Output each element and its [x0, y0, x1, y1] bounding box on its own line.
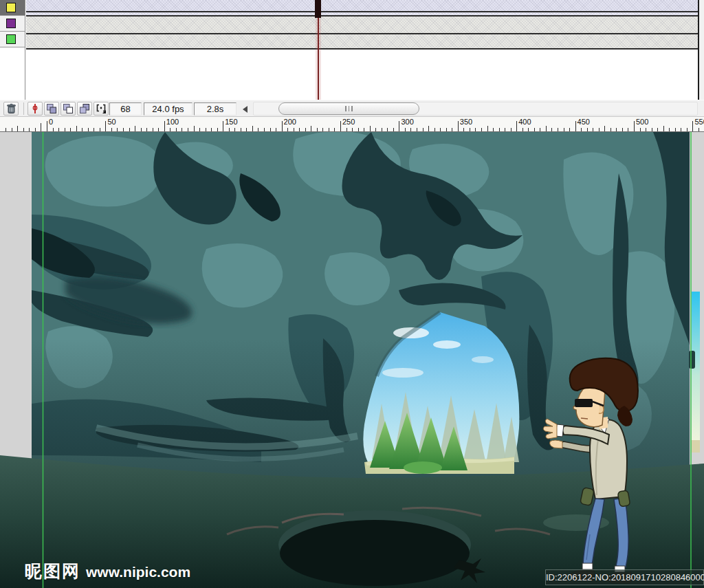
ruler-label: 150 — [225, 118, 237, 126]
layer-color-swatch[interactable] — [6, 3, 16, 12]
onion-skin-outlines-icon — [63, 103, 74, 114]
glasses — [575, 399, 593, 407]
ruler-tick — [182, 128, 182, 131]
ruler-tick — [329, 128, 329, 131]
ruler-tick — [646, 128, 646, 131]
frame-track-2[interactable] — [26, 17, 698, 34]
center-frame-icon — [30, 103, 40, 114]
ruler-tick — [499, 128, 500, 131]
layer-row-layer-green[interactable] — [0, 32, 25, 47]
scrollbar-left-arrow[interactable] — [243, 106, 248, 113]
ruler-tick — [540, 128, 540, 131]
flash-editor-window: 68 24.0 fps 2.8s 05010015020025030035040… — [0, 0, 704, 588]
ruler-tick — [417, 128, 417, 131]
ruler-tick — [475, 128, 476, 131]
ruler-tick — [669, 128, 670, 131]
ruler-tick — [546, 126, 547, 131]
watermark: 昵图网www.nipic.com — [25, 560, 190, 582]
image-id-bar: ID:2206122-NO:20180917102808460000 — [545, 569, 704, 585]
ruler-tick — [657, 128, 658, 131]
scrollbar-grip — [351, 106, 353, 111]
ruler-tick — [322, 128, 323, 131]
stage[interactable]: 昵图网www.nipic.com ID:2206122-NO:201809171… — [0, 132, 704, 588]
ruler-tick — [17, 126, 18, 131]
ruler-tick — [164, 121, 165, 131]
ruler-label: 550 — [694, 118, 704, 126]
frame-track-3[interactable] — [26, 34, 698, 49]
ruler-tick — [470, 128, 470, 131]
ruler-tick — [516, 121, 517, 131]
ruler-tick — [511, 128, 512, 131]
ruler-tick — [276, 128, 276, 131]
ruler-tick — [35, 128, 36, 131]
ruler-tick — [252, 126, 253, 131]
ruler-tick — [522, 128, 523, 131]
ruler-tick — [558, 128, 558, 131]
ruler-tick — [575, 121, 576, 131]
ruler-tick — [88, 128, 89, 131]
ruler-tick — [434, 128, 435, 131]
stage-ruler[interactable]: 050100150200250300350400450500550 — [0, 117, 704, 132]
ruler-tick — [258, 128, 258, 131]
ruler-tick — [58, 128, 59, 131]
ruler-tick — [634, 121, 635, 131]
ruler-tick — [452, 128, 452, 131]
ruler-tick — [287, 128, 288, 131]
frame-track-1[interactable] — [26, 0, 698, 11]
ruler-tick — [616, 128, 617, 131]
watermark-site-url: www.nipic.com — [86, 564, 190, 580]
elapsed-time-field[interactable]: 2.8s — [194, 102, 236, 116]
timeline-frames-area[interactable] — [26, 0, 698, 100]
ruler-tick — [375, 128, 376, 131]
ruler-label: 400 — [518, 118, 531, 126]
layer-row-layer-yellow[interactable] — [0, 0, 25, 16]
ruler-tick — [94, 128, 94, 131]
ruler-tick — [405, 128, 406, 131]
playhead[interactable] — [315, 0, 321, 18]
layer-color-swatch[interactable] — [6, 19, 16, 28]
ruler-tick — [305, 128, 306, 131]
ruler-tick — [610, 128, 611, 131]
ruler-tick — [675, 128, 676, 131]
edit-multiple-frames-button[interactable] — [77, 102, 92, 116]
center-frame-button[interactable] — [28, 102, 43, 116]
current-frame-field[interactable]: 68 — [109, 102, 142, 116]
onion-skin-button[interactable] — [44, 102, 59, 116]
ruler-tick — [423, 128, 424, 131]
ruler-tick — [663, 126, 664, 131]
scrollbar-grip — [345, 106, 346, 111]
watermark-site-name: 昵图网 — [25, 561, 80, 580]
ruler-tick — [70, 128, 71, 131]
onion-skin-icon — [46, 103, 57, 114]
delete-layer-button[interactable] — [3, 102, 19, 116]
ruler-tick — [681, 128, 681, 131]
ruler-tick — [692, 121, 693, 131]
ruler-tick — [176, 128, 177, 131]
layer-list — [0, 0, 25, 100]
trash-icon — [6, 103, 16, 114]
ruler-tick — [358, 128, 359, 131]
ruler-tick — [564, 128, 564, 131]
ruler-tick — [463, 128, 464, 131]
ruler-tick — [428, 126, 429, 131]
ruler-tick — [493, 128, 494, 131]
ruler-tick — [393, 128, 394, 131]
ruler-tick — [234, 128, 235, 131]
timeline-scrollbar-thumb[interactable] — [278, 102, 419, 115]
frame-rate-field[interactable]: 24.0 fps — [144, 102, 192, 116]
ruler-tick — [599, 128, 600, 131]
ruler-tick — [217, 128, 218, 131]
onion-skin-outlines-button[interactable] — [60, 102, 76, 116]
ruler-tick — [264, 128, 265, 131]
stage-canvas[interactable] — [0, 132, 704, 588]
ruler-tick — [622, 128, 623, 131]
layer-row-layer-purple[interactable] — [0, 16, 25, 32]
layer-color-swatch[interactable] — [6, 34, 16, 44]
modify-onion-markers-button[interactable] — [94, 102, 109, 116]
ruler-tick — [158, 128, 159, 131]
ruler-label: 250 — [342, 118, 355, 126]
ruler-tick — [246, 128, 247, 131]
ruler-tick — [604, 126, 605, 131]
ruler-tick — [505, 128, 505, 131]
ear — [599, 406, 604, 414]
